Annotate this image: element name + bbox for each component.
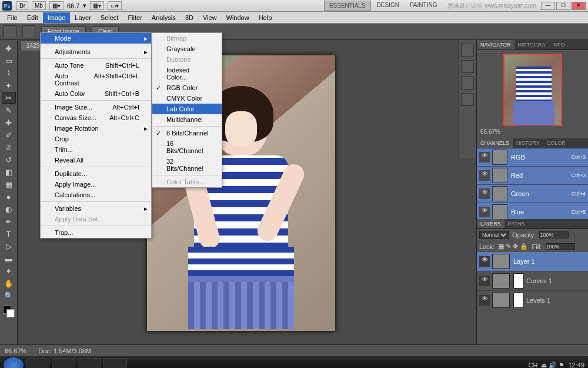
menu-select[interactable]: Select <box>96 12 123 23</box>
tab-info[interactable]: INFO <box>549 40 569 49</box>
lasso-tool[interactable]: ⌇ <box>2 67 16 79</box>
tray-lang[interactable]: CH <box>528 362 537 368</box>
menu-item-indexed-color-[interactable]: Indexed Color... <box>152 65 222 82</box>
workspace-design[interactable]: DESIGN <box>372 1 404 11</box>
mini-icon-1[interactable] <box>461 44 474 57</box>
menu-item-auto-color[interactable]: Auto ColorShift+Ctrl+B <box>41 88 151 99</box>
menu-item-crop[interactable]: Crop <box>41 134 151 144</box>
mini-icon-3[interactable] <box>461 77 474 89</box>
wand-tool[interactable]: ✦ <box>2 79 16 91</box>
path-tool[interactable]: ▷ <box>2 240 16 252</box>
menu-item-variables[interactable]: Variables▸ <box>41 203 151 214</box>
tb-tool[interactable]: ▦▾ <box>49 1 64 10</box>
tray-icons[interactable]: ⏏ 🔊 ⚑ <box>541 362 564 369</box>
minimize-btn[interactable]: — <box>541 2 555 10</box>
dodge-tool[interactable]: ◐ <box>2 203 16 215</box>
close-btn[interactable]: ✕ <box>572 2 586 10</box>
view-btn[interactable]: ▦▾ <box>90 1 104 10</box>
start-button[interactable] <box>4 357 24 368</box>
tab-paths[interactable]: PATHS <box>505 219 529 228</box>
menu-item-mode[interactable]: Mode▸ <box>41 33 151 44</box>
eye-icon[interactable]: 👁 <box>479 170 490 181</box>
menu-item-32-bits-channel[interactable]: 32 Bits/Channel <box>152 156 222 174</box>
eye-icon[interactable]: 👁 <box>479 152 490 163</box>
task-app-1[interactable] <box>26 358 49 368</box>
eraser-tool[interactable]: ◧ <box>2 166 16 178</box>
status-zoom[interactable]: 66.67% <box>5 347 26 354</box>
channel-red[interactable]: 👁RedCtrl+3 <box>477 167 588 185</box>
opt-preset[interactable] <box>22 25 35 38</box>
screen-btn[interactable]: ▭▾ <box>108 1 122 10</box>
menu-view[interactable]: View <box>198 12 222 23</box>
crop-tool[interactable]: ✂ <box>2 92 16 104</box>
menu-item-adjustments[interactable]: Adjustments▸ <box>41 47 151 57</box>
menu-item-apply-image-[interactable]: Apply Image... <box>41 179 151 190</box>
eye-icon[interactable]: 👁 <box>479 295 490 306</box>
eye-icon[interactable]: 👁 <box>479 276 490 286</box>
color-swatch[interactable] <box>3 306 15 317</box>
blur-tool[interactable]: ● <box>2 191 16 203</box>
eye-icon[interactable]: 👁 <box>479 207 490 217</box>
eye-icon[interactable]: 👁 <box>479 188 490 199</box>
tab-channels[interactable]: CHANNELS <box>477 138 513 148</box>
eye-icon[interactable]: 👁 <box>479 256 490 267</box>
menu-item-auto-tone[interactable]: Auto ToneShift+Ctrl+L <box>41 60 151 71</box>
task-app-3[interactable] <box>78 358 101 368</box>
menu-item-auto-contrast[interactable]: Auto ContrastAlt+Shift+Ctrl+L <box>41 71 151 88</box>
menu-analysis[interactable]: Analysis <box>147 12 181 23</box>
move-tool[interactable]: ✥ <box>2 42 16 54</box>
status-doc[interactable]: Doc: 1.54M/3.08M <box>38 347 91 354</box>
tab-histogram[interactable]: HISTOGRA <box>514 40 549 49</box>
menu-window[interactable]: Window <box>222 12 254 23</box>
menu-item-rgb-color[interactable]: RGB Color✓ <box>152 82 222 93</box>
menu-item-16-bits-channel[interactable]: 16 Bits/Channel <box>152 138 222 156</box>
workspace-essentials[interactable]: ESSENTIALS <box>324 1 371 11</box>
maximize-btn[interactable]: ☐ <box>556 2 570 10</box>
menu-item-duplicate-[interactable]: Duplicate... <box>41 168 151 179</box>
tab-history[interactable]: HISTORY <box>513 138 543 148</box>
navigator-thumb[interactable] <box>503 54 562 126</box>
menu-item-image-size-[interactable]: Image Size...Alt+Ctrl+I <box>41 102 151 112</box>
stamp-tool[interactable]: ⎚ <box>2 141 16 153</box>
fill-input[interactable] <box>546 243 575 250</box>
bridge-btn[interactable]: Br <box>16 1 28 10</box>
tab-navigator[interactable]: NAVIGATOR <box>477 40 514 49</box>
eyedropper-tool[interactable]: ✎ <box>2 104 16 116</box>
menu-item-trap-[interactable]: Trap... <box>41 227 151 238</box>
layer-curves-1[interactable]: 👁Curves 1 <box>477 271 588 291</box>
zoom-tool[interactable]: 🔍 <box>2 290 16 301</box>
type-tool[interactable]: T <box>2 228 16 240</box>
shape-tool[interactable]: ▬ <box>2 253 16 264</box>
layer-layer-1[interactable]: 👁Layer 1 <box>477 252 588 271</box>
opacity-input[interactable] <box>539 231 569 238</box>
menu-3d[interactable]: 3D <box>181 12 198 23</box>
zoom-value[interactable]: 66.7 <box>67 2 79 9</box>
layer-levels-1[interactable]: 👁Levels 1 <box>477 291 588 310</box>
menu-item-8-bits-channel[interactable]: 8 Bits/Channel✓ <box>152 128 222 138</box>
tab-layers[interactable]: LAYERS <box>477 219 505 228</box>
pen-tool[interactable]: ✒ <box>2 216 16 227</box>
heal-tool[interactable]: ✚ <box>2 117 16 128</box>
menu-item-reveal-all[interactable]: Reveal All <box>41 155 151 165</box>
menu-item-calculations-[interactable]: Calculations... <box>41 190 151 200</box>
mini-icon-2[interactable] <box>461 60 474 73</box>
history-brush-tool[interactable]: ↺ <box>2 154 16 165</box>
marquee-tool[interactable]: ▭ <box>2 55 16 67</box>
brush-tool[interactable]: ✐ <box>2 129 16 141</box>
lock-icons[interactable]: ▦ ✎ ✥ 🔒 <box>498 243 528 250</box>
menu-image[interactable]: Image <box>43 12 71 23</box>
mini-icon-4[interactable] <box>461 93 474 106</box>
task-app-4[interactable] <box>103 358 127 368</box>
navigator-zoom[interactable]: 66.67% <box>480 128 500 135</box>
crop-tool-icon[interactable] <box>4 25 16 38</box>
menu-item-image-rotation[interactable]: Image Rotation▸ <box>41 123 151 134</box>
menu-edit[interactable]: Edit <box>22 12 43 23</box>
menu-layer[interactable]: Layer <box>70 12 96 23</box>
mb-btn[interactable]: Mb <box>32 1 46 10</box>
menu-item-multichannel[interactable]: Multichannel <box>152 114 222 125</box>
task-app-2[interactable] <box>52 358 75 368</box>
menu-item-trim-[interactable]: Trim... <box>41 144 151 155</box>
menu-help[interactable]: Help <box>254 12 277 23</box>
3d-tool[interactable]: ✦ <box>2 265 16 277</box>
gradient-tool[interactable]: ▦ <box>2 178 16 190</box>
